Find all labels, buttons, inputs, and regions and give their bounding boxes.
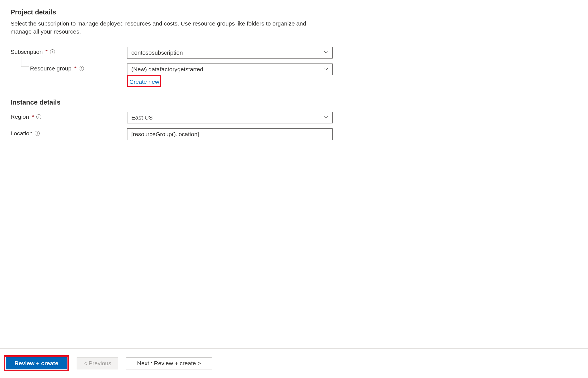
info-icon[interactable]: i [50, 49, 55, 54]
required-indicator: * [32, 113, 34, 120]
info-icon[interactable]: i [79, 66, 84, 71]
region-select[interactable]: East US [127, 112, 333, 123]
resource-group-select[interactable]: (New) datafactorygetstarted [127, 64, 333, 75]
location-input[interactable] [127, 128, 333, 140]
resource-group-row: Resource group * i (New) datafactorygets… [11, 64, 577, 87]
info-icon[interactable]: i [35, 131, 40, 136]
indent-marker [21, 56, 29, 67]
review-create-highlight: Review + create [4, 355, 69, 371]
project-details-description: Select the subscription to manage deploy… [11, 19, 316, 36]
required-indicator: * [46, 49, 48, 55]
create-new-link[interactable]: Create new [128, 78, 160, 86]
create-new-highlight: Create new [127, 75, 161, 87]
resource-group-label: Resource group [30, 65, 71, 72]
info-icon[interactable]: i [36, 114, 41, 119]
subscription-select[interactable]: contososubscription [127, 47, 333, 59]
location-row: Location i [11, 128, 577, 140]
footer-bar: Review + create < Previous Next : Review… [0, 348, 588, 378]
required-indicator: * [74, 65, 76, 72]
previous-button[interactable]: < Previous [77, 357, 118, 369]
location-label: Location [11, 130, 32, 137]
next-button[interactable]: Next : Review + create > [126, 357, 212, 369]
instance-details-heading: Instance details [11, 98, 577, 106]
project-details-heading: Project details [11, 8, 577, 16]
subscription-row: Subscription * i contososubscription [11, 47, 577, 59]
region-row: Region * i East US [11, 112, 577, 123]
review-create-button[interactable]: Review + create [6, 357, 67, 369]
subscription-label: Subscription [11, 49, 43, 55]
region-label: Region [11, 113, 29, 120]
